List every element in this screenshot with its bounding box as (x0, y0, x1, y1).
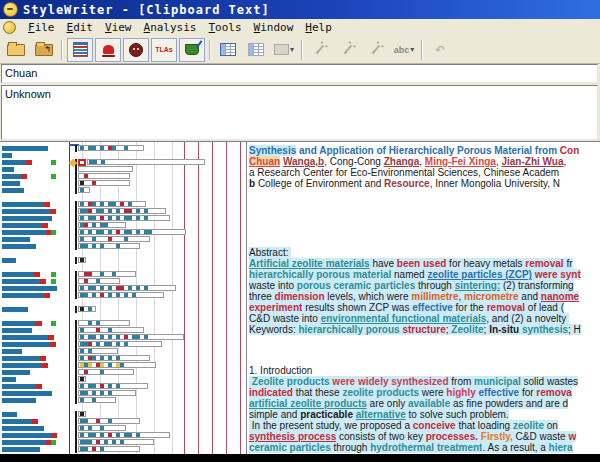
sentence-length-bar[interactable] (2, 153, 12, 158)
sentence-detail-bar[interactable] (78, 278, 120, 284)
bold-words-button[interactable] (95, 38, 121, 62)
sentence-length-bar[interactable] (2, 279, 46, 284)
sentence-length-bar[interactable] (2, 307, 28, 312)
sentence-length-bar[interactable] (2, 328, 32, 333)
sentence-length-bar[interactable] (2, 181, 20, 186)
sentence-detail-bar[interactable] (78, 271, 136, 277)
menu-analysis[interactable]: Analysis (138, 20, 203, 35)
sentence-detail-bar[interactable] (78, 236, 150, 242)
sentence-detail-bar[interactable] (78, 285, 176, 291)
menu-edit[interactable]: Edit (61, 20, 100, 35)
sentence-detail-bar[interactable] (78, 327, 144, 333)
sentence-length-bar[interactable] (2, 384, 42, 389)
menu-window[interactable]: Window (248, 20, 300, 35)
sentence-detail-bar[interactable] (78, 306, 96, 312)
author-field[interactable]: Chuan (1, 64, 598, 83)
spell-check-button[interactable]: abc▾ (391, 38, 417, 62)
sentence-graph-panel[interactable] (0, 142, 247, 454)
sentence-length-bar[interactable] (2, 258, 16, 263)
sentence-length-bar[interactable] (2, 216, 52, 221)
sentence-detail-bar[interactable] (78, 369, 134, 375)
sentence-detail-bar[interactable] (78, 166, 133, 172)
sentence-length-bar[interactable] (2, 230, 52, 235)
sentence-detail-bar[interactable] (78, 362, 156, 368)
undo-button[interactable]: ↶ (427, 38, 453, 62)
sentence-length-bar[interactable] (2, 433, 57, 438)
sentence-length-bar[interactable] (2, 202, 50, 207)
sentence-length-bar[interactable] (2, 272, 40, 277)
folder-options-button[interactable]: ▾ (271, 38, 297, 62)
menu-help[interactable]: Help (299, 20, 338, 35)
sentence-detail-bar[interactable] (78, 222, 126, 228)
menu-tools[interactable]: Tools (202, 20, 247, 35)
sentence-detail-bar[interactable] (78, 215, 170, 221)
sentence-detail-bar[interactable] (78, 334, 184, 340)
sentence-length-bar[interactable] (2, 167, 14, 172)
acronyms-button[interactable]: TLAs (151, 38, 177, 62)
sentence-length-bar[interactable] (2, 293, 50, 298)
document-text-pane[interactable]: Synthesis and Application of Hierarchica… (247, 142, 600, 454)
sentence-detail-bar[interactable] (78, 243, 140, 249)
sentence-detail-bar[interactable] (78, 348, 118, 354)
sentence-detail-bar[interactable] (78, 446, 140, 452)
sentence-length-bar[interactable] (2, 286, 57, 291)
document-menu-icon[interactable] (3, 21, 16, 34)
sentence-length-bar[interactable] (2, 426, 44, 431)
sentence-detail-bar[interactable] (78, 341, 162, 347)
sentence-length-bar[interactable] (2, 440, 52, 445)
sentence-detail-bar[interactable] (78, 292, 164, 298)
sentence-length-bar[interactable] (2, 335, 54, 340)
sentence-detail-bar[interactable] (78, 180, 130, 186)
sentence-detail-bar[interactable] (78, 208, 166, 214)
sentence-length-bar[interactable] (2, 244, 36, 249)
sentence-detail-bar[interactable] (78, 257, 86, 263)
sentence-table-button[interactable] (215, 38, 241, 62)
sentence-length-bar[interactable] (2, 419, 38, 424)
sentence-length-bar[interactable] (2, 447, 40, 452)
edit-tool-3-button[interactable] (363, 38, 389, 62)
sentence-detail-bar[interactable] (78, 376, 86, 382)
sentence-detail-bar[interactable] (78, 201, 146, 207)
sentence-detail-bar[interactable] (78, 355, 150, 361)
sentence-length-bar[interactable] (2, 398, 36, 403)
sentence-detail-bar[interactable] (78, 390, 136, 396)
sentence-detail-bar[interactable] (78, 383, 148, 389)
writing-stats-button[interactable] (67, 38, 93, 62)
sentence-length-bar[interactable] (2, 391, 52, 396)
category-field[interactable]: Unknown (1, 85, 598, 140)
sentence-length-bar[interactable] (2, 209, 56, 214)
sentence-detail-bar[interactable] (78, 187, 90, 193)
sentence-detail-bar[interactable] (78, 173, 130, 179)
sentence-length-bar[interactable] (2, 174, 27, 179)
sentence-length-bar[interactable] (2, 377, 16, 382)
sentence-detail-bar[interactable] (78, 439, 154, 445)
sentence-length-bar[interactable] (2, 321, 42, 326)
sentence-detail-bar[interactable] (78, 418, 140, 424)
sentence-length-bar[interactable] (2, 356, 46, 361)
title-bar[interactable]: StyleWriter - [Clipboard Text] (0, 0, 600, 19)
sentence-detail-bar[interactable] (78, 320, 130, 326)
sentence-length-bar[interactable] (2, 188, 24, 193)
sentence-detail-bar[interactable] (78, 397, 116, 403)
edit-tool-2-button[interactable] (335, 38, 361, 62)
menu-file[interactable]: File (22, 20, 61, 35)
sentence-detail-bar[interactable] (78, 145, 144, 151)
edit-tool-1-button[interactable] (307, 38, 333, 62)
sentence-length-bar[interactable] (2, 342, 56, 347)
sentence-detail-bar[interactable] (78, 432, 170, 438)
sentence-length-bar[interactable] (2, 223, 48, 228)
sentence-detail-bar[interactable] (87, 159, 205, 165)
sentence-detail-bar[interactable] (78, 411, 86, 417)
open-file-button[interactable] (3, 38, 29, 62)
category-table-button[interactable] (243, 38, 269, 62)
sentence-length-bar[interactable] (2, 363, 48, 368)
sentence-detail-bar[interactable] (78, 229, 186, 235)
sentence-length-bar[interactable] (2, 370, 30, 375)
sentence-length-bar[interactable] (2, 349, 22, 354)
pep-button[interactable] (179, 38, 205, 62)
jargon-button[interactable] (123, 38, 149, 62)
menu-view[interactable]: View (99, 20, 138, 35)
sentence-length-bar[interactable] (2, 146, 48, 151)
sentence-length-bar[interactable] (2, 412, 17, 417)
sentence-length-bar[interactable] (2, 160, 32, 165)
